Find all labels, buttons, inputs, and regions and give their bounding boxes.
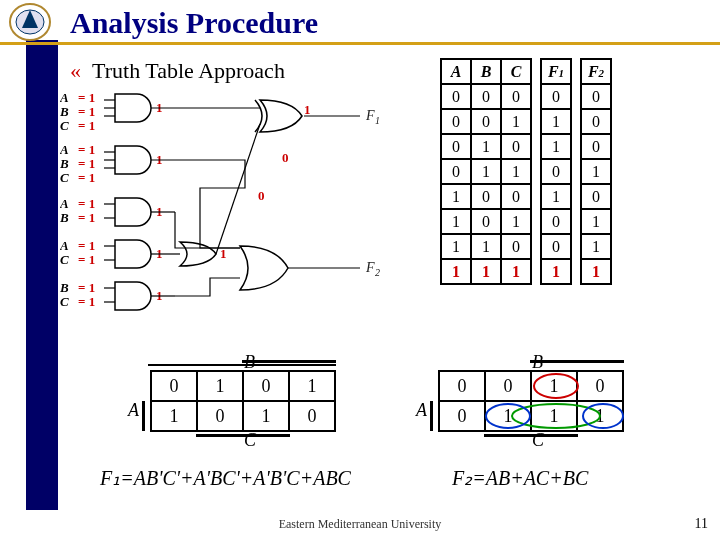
svg-text:= 1: = 1 bbox=[78, 238, 95, 253]
kmap2-A-bar bbox=[430, 401, 434, 431]
table-row: 01101 bbox=[441, 159, 611, 184]
kmap1-B-bar bbox=[242, 360, 336, 364]
footer-text: Eastern Mediterranean University bbox=[0, 517, 720, 532]
svg-text:0: 0 bbox=[282, 150, 289, 165]
table-row: 00110 bbox=[441, 109, 611, 134]
col-B: B bbox=[471, 59, 501, 84]
table-row: 10010 bbox=[441, 184, 611, 209]
logic-circuit-diagram: A= 1 B= 1 C= 1 A= 1 B= 1 C= 1 A= 1 B= 1 … bbox=[60, 88, 400, 368]
equation-f2: F₂=AB+AC+BC bbox=[452, 466, 588, 490]
table-row: 11001 bbox=[441, 234, 611, 259]
svg-text:B: B bbox=[60, 280, 69, 295]
svg-text:= 1: = 1 bbox=[78, 142, 95, 157]
kmap1-A-label: A bbox=[128, 400, 139, 421]
slide-number: 11 bbox=[695, 516, 708, 532]
kmap1-C-bar bbox=[196, 434, 290, 438]
kmap2-A-label: A bbox=[416, 400, 427, 421]
col-F2: F2 bbox=[581, 59, 611, 84]
table-row: 01010 bbox=[441, 134, 611, 159]
svg-text:C: C bbox=[60, 170, 69, 185]
col-C: C bbox=[501, 59, 531, 84]
val: = 1 bbox=[78, 118, 95, 133]
svg-text:A: A bbox=[60, 142, 69, 157]
svg-text:= 1: = 1 bbox=[78, 252, 95, 267]
col-A: A bbox=[441, 59, 471, 84]
col-F1: F1 bbox=[541, 59, 571, 84]
svg-text:C: C bbox=[60, 294, 69, 309]
svg-text:= 1: = 1 bbox=[78, 156, 95, 171]
svg-text:= 1: = 1 bbox=[78, 210, 95, 225]
svg-text:= 1: = 1 bbox=[78, 196, 95, 211]
val: = 1 bbox=[78, 104, 95, 119]
title-underline bbox=[0, 42, 720, 45]
kmap1-top-bar bbox=[148, 364, 336, 368]
kmap-f1: 0101 1010 bbox=[150, 370, 336, 432]
input-A: A bbox=[60, 90, 69, 105]
svg-text:B: B bbox=[60, 156, 69, 171]
val: = 1 bbox=[78, 90, 95, 105]
table-row: 11111 bbox=[441, 259, 611, 284]
svg-text:2: 2 bbox=[375, 267, 380, 278]
svg-text:1: 1 bbox=[304, 102, 311, 117]
svg-text:B: B bbox=[60, 210, 69, 225]
subheading: « Truth Table Approach bbox=[70, 58, 285, 84]
bullet-icon: « bbox=[70, 58, 81, 83]
university-crest-icon bbox=[8, 2, 52, 42]
svg-text:A: A bbox=[60, 238, 69, 253]
kmap2-B-bar bbox=[530, 360, 624, 364]
svg-text:= 1: = 1 bbox=[78, 280, 95, 295]
svg-text:= 1: = 1 bbox=[78, 170, 95, 185]
svg-text:C: C bbox=[60, 252, 69, 267]
svg-text:1: 1 bbox=[375, 115, 380, 126]
slide-title: Analysis Procedure bbox=[70, 6, 318, 40]
input-C: C bbox=[60, 118, 69, 133]
svg-text:F: F bbox=[365, 108, 375, 123]
table-row: 00000 bbox=[441, 84, 611, 109]
truth-table: A B C F1 F2 00000 00110 01010 01101 1001… bbox=[440, 58, 612, 285]
kmap-f2: 0010 0111 bbox=[438, 370, 624, 432]
input-B: B bbox=[60, 104, 69, 119]
subheading-text: Truth Table Approach bbox=[92, 58, 285, 83]
left-blue-bar bbox=[26, 40, 58, 510]
table-row: 10101 bbox=[441, 209, 611, 234]
svg-line-54 bbox=[216, 124, 260, 254]
truth-table-header: A B C F1 F2 bbox=[441, 59, 611, 84]
kmap2-C-bar bbox=[484, 434, 578, 438]
kmap1-A-bar bbox=[142, 401, 146, 431]
slide-left-margin bbox=[0, 0, 60, 540]
equation-f1: F₁=AB'C'+A'BC'+A'B'C+ABC bbox=[100, 466, 351, 490]
svg-text:0: 0 bbox=[258, 188, 265, 203]
svg-text:= 1: = 1 bbox=[78, 294, 95, 309]
svg-text:F: F bbox=[365, 260, 375, 275]
svg-text:A: A bbox=[60, 196, 69, 211]
